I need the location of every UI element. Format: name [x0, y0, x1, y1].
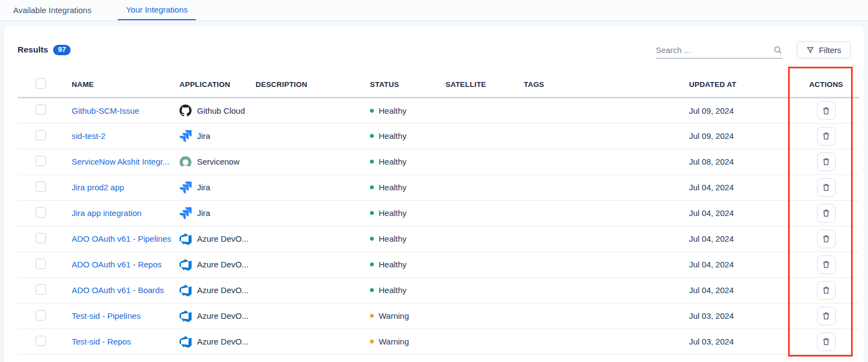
delete-button[interactable]: [817, 178, 836, 197]
select-all-checkbox[interactable]: [36, 78, 46, 89]
application-label: Github Cloud: [197, 106, 245, 115]
delete-button[interactable]: [817, 127, 836, 145]
status-dot: [370, 185, 374, 189]
updated-at-cell: Jul 09, 2024: [689, 123, 793, 149]
integration-name-link[interactable]: ServiceNow Akshit Integr...: [72, 157, 169, 166]
delete-button[interactable]: [817, 204, 836, 223]
tags-cell: [524, 252, 689, 277]
integration-name-link[interactable]: Test-sid - Pipelines: [72, 311, 141, 320]
trash-icon: [821, 234, 831, 243]
column-header-actions[interactable]: ACTIONS: [793, 72, 859, 97]
updated-at-cell: Jul 04, 2024: [689, 226, 793, 252]
status-dot: [370, 340, 374, 343]
azure-devops-icon: [180, 284, 192, 296]
column-header-description[interactable]: DESCRIPTION: [256, 72, 370, 97]
search-input[interactable]: [656, 45, 773, 55]
satellite-cell: [445, 329, 524, 354]
status-dot: [370, 237, 374, 241]
column-header-name[interactable]: NAME: [72, 72, 180, 97]
table-row: Github-SCM-IssueGithub CloudHealthyJul 0…: [18, 97, 859, 123]
toolbar: Results 97 Filters: [18, 40, 850, 59]
status-dot: [370, 288, 374, 292]
table-row: Test-sid - PipelinesAzure DevO...Warning…: [18, 303, 859, 329]
servicenow-icon: [180, 156, 192, 168]
integration-name-link[interactable]: sid-test-2: [72, 131, 106, 141]
row-checkbox[interactable]: [36, 336, 46, 346]
row-checkbox[interactable]: [36, 130, 46, 141]
filters-button[interactable]: Filters: [797, 42, 850, 59]
row-checkbox[interactable]: [36, 310, 46, 320]
row-checkbox[interactable]: [36, 207, 46, 218]
column-header-updated-at[interactable]: UPDATED AT: [689, 72, 793, 97]
integration-name-link[interactable]: Test-sid - Repos: [72, 337, 131, 346]
column-header-tags[interactable]: TAGS: [524, 72, 689, 97]
satellite-cell: [445, 97, 524, 123]
tab-label: Available Integrations: [13, 5, 91, 15]
azure-devops-icon: [180, 336, 192, 348]
updated-at-cell: Jul 03, 2024: [689, 329, 793, 354]
application-label: Servicenow: [197, 157, 240, 166]
integration-name-link[interactable]: Jira app integration: [72, 208, 142, 218]
tags-cell: [524, 149, 689, 174]
delete-button[interactable]: [817, 307, 836, 325]
status-dot: [370, 262, 374, 266]
trash-icon: [821, 131, 831, 141]
column-header-satellite[interactable]: SATELLITE: [445, 72, 524, 97]
satellite-cell: [445, 277, 524, 303]
tags-cell: [524, 277, 689, 303]
application-label: Azure DevO...: [197, 311, 248, 320]
application-label: Azure DevO...: [197, 260, 248, 269]
delete-button[interactable]: [817, 230, 836, 248]
row-checkbox[interactable]: [36, 259, 46, 269]
azure-devops-icon: [180, 233, 192, 245]
search-icon[interactable]: [773, 45, 783, 55]
row-checkbox[interactable]: [36, 284, 46, 295]
status-label: Healthy: [379, 157, 407, 166]
trash-icon: [821, 157, 831, 166]
integration-name-link[interactable]: ADO OAuth v61 - Pipelines: [72, 234, 171, 243]
description-cell: [256, 123, 370, 149]
trash-icon: [821, 106, 831, 115]
delete-button[interactable]: [817, 153, 836, 171]
satellite-cell: [445, 226, 524, 252]
status-dot: [370, 314, 374, 318]
status-label: Healthy: [379, 234, 407, 243]
tab-your-integrations[interactable]: Your Integrations: [118, 0, 196, 20]
column-header-status[interactable]: STATUS: [370, 72, 445, 97]
table-body: Github-SCM-IssueGithub CloudHealthyJul 0…: [18, 97, 859, 354]
satellite-cell: [445, 174, 524, 200]
tab-available-integrations[interactable]: Available Integrations: [13, 0, 91, 20]
integration-name-link[interactable]: ADO OAuth v61 - Repos: [72, 260, 161, 269]
trash-icon: [821, 285, 831, 295]
integrations-table: NAME APPLICATION DESCRIPTION STATUS SATE…: [18, 72, 859, 355]
updated-at-cell: Jul 04, 2024: [689, 200, 793, 226]
status-label: Healthy: [379, 106, 407, 115]
status-dot: [370, 160, 374, 164]
satellite-cell: [445, 123, 524, 149]
row-checkbox[interactable]: [36, 104, 46, 115]
tab-bar: Available Integrations Your Integrations: [0, 0, 868, 21]
row-checkbox[interactable]: [36, 233, 46, 243]
application-label: Jira: [197, 208, 210, 218]
delete-button[interactable]: [817, 101, 836, 120]
satellite-cell: [445, 149, 524, 174]
tab-label: Your Integrations: [126, 5, 188, 14]
trash-icon: [821, 337, 831, 346]
delete-button[interactable]: [817, 255, 836, 274]
column-header-application[interactable]: APPLICATION: [180, 72, 256, 97]
integration-name-link[interactable]: ADO OAuth v61 - Boards: [72, 285, 164, 295]
filter-icon: [806, 46, 814, 54]
integration-name-link[interactable]: Jira prod2 app: [72, 183, 124, 192]
results-count-badge: 97: [53, 45, 71, 55]
table-row: Test-sid - ReposAzure DevO...WarningJul …: [18, 329, 859, 354]
status-label: Warning: [379, 337, 409, 346]
row-checkbox[interactable]: [36, 156, 46, 166]
integration-name-link[interactable]: Github-SCM-Issue: [72, 106, 139, 115]
delete-button[interactable]: [817, 332, 836, 351]
delete-button[interactable]: [817, 281, 836, 300]
tags-cell: [524, 226, 689, 252]
trash-icon: [821, 311, 831, 320]
description-cell: [256, 200, 370, 226]
row-checkbox[interactable]: [36, 182, 46, 192]
github-icon: [180, 104, 192, 116]
